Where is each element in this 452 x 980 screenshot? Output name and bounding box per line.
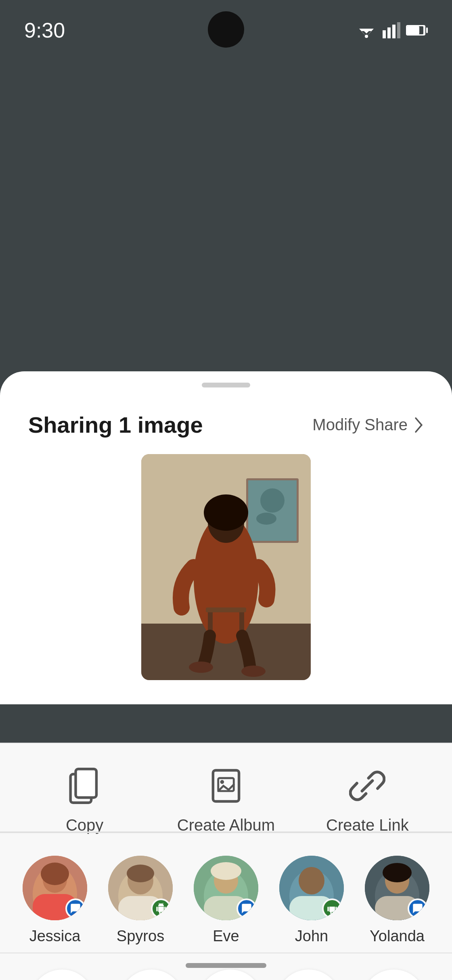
copy-icon — [63, 764, 107, 808]
svg-point-18 — [256, 513, 276, 525]
svg-point-3 — [365, 35, 368, 38]
gmail-icon — [119, 970, 184, 980]
svg-rect-11 — [407, 26, 419, 34]
svg-rect-5 — [387, 27, 391, 38]
svg-point-40 — [127, 865, 154, 882]
bottom-pill — [186, 963, 266, 968]
spyros-name: Spyros — [117, 928, 164, 945]
share-sheet-card: Sharing 1 image Modify Share — [0, 371, 452, 704]
actions-section: Copy Create Album — [0, 743, 452, 850]
spyros-badge — [151, 898, 171, 919]
wifi-icon — [356, 22, 377, 38]
contact-spyros[interactable]: Spyros — [104, 856, 177, 945]
avatar-eve — [194, 856, 258, 920]
svg-point-31 — [220, 780, 224, 784]
chevron-right-icon — [412, 416, 424, 434]
app-google-chat[interactable]: Google Chat — [351, 970, 437, 980]
svg-rect-9 — [426, 27, 428, 33]
nearby-share-icon — [30, 970, 94, 980]
camera-pill — [208, 11, 244, 48]
contact-yolanda[interactable]: Yolanda — [361, 856, 433, 945]
svg-point-25 — [189, 662, 213, 673]
svg-point-35 — [41, 863, 69, 885]
photos-icon — [276, 970, 341, 980]
modify-share-button[interactable]: Modify Share — [312, 416, 424, 434]
john-badge — [322, 898, 342, 919]
section-divider — [0, 831, 452, 833]
app-gmail[interactable]: Gmail — [115, 970, 188, 980]
google-chat-icon — [362, 970, 426, 980]
status-time: 9:30 — [24, 18, 65, 42]
john-name: John — [295, 928, 328, 945]
apps-row: Nearby Share Gmail — [0, 970, 452, 980]
copy-action[interactable]: Copy — [40, 764, 129, 834]
preview-image — [141, 454, 311, 680]
svg-point-54 — [383, 863, 412, 882]
svg-rect-7 — [397, 22, 400, 38]
svg-point-26 — [241, 666, 266, 677]
svg-point-45 — [211, 862, 241, 880]
contact-john[interactable]: John — [275, 856, 348, 945]
create-album-action[interactable]: Create Album — [177, 764, 275, 834]
signal-icon — [383, 22, 400, 38]
avatar-jessica — [23, 856, 87, 920]
status-icons — [356, 22, 428, 38]
yolanda-badge — [408, 898, 428, 919]
avatar-john — [279, 856, 344, 920]
app-photos[interactable]: Photos — [272, 970, 345, 980]
share-header: Sharing 1 image Modify Share — [0, 387, 452, 454]
create-link-action[interactable]: Create Link — [323, 764, 412, 834]
svg-rect-28 — [75, 769, 96, 798]
drag-handle — [202, 383, 250, 387]
avatar-yolanda — [365, 856, 429, 920]
svg-point-49 — [299, 867, 324, 894]
google-icon — [198, 970, 263, 980]
svg-rect-4 — [383, 30, 386, 38]
share-title: Sharing 1 image — [28, 412, 203, 438]
yolanda-name: Yolanda — [370, 928, 425, 945]
eve-badge — [236, 898, 257, 919]
svg-point-17 — [260, 488, 285, 513]
svg-rect-22 — [206, 607, 246, 612]
battery-icon — [406, 23, 428, 37]
eve-name: Eve — [213, 928, 239, 945]
contacts-section: Jessica Spyros — [0, 836, 452, 965]
svg-rect-6 — [392, 25, 396, 38]
jessica-badge — [65, 898, 86, 919]
app-nearby-share[interactable]: Nearby Share — [15, 970, 109, 980]
svg-point-21 — [204, 494, 248, 531]
actions-row: Copy Create Album — [0, 764, 452, 834]
image-preview — [141, 454, 311, 680]
contact-eve[interactable]: Eve — [190, 856, 262, 945]
avatar-spyros — [108, 856, 173, 920]
album-icon — [204, 764, 248, 808]
link-icon — [345, 764, 389, 808]
svg-rect-29 — [213, 770, 239, 801]
contacts-row: Jessica Spyros — [0, 856, 452, 945]
contact-jessica[interactable]: Jessica — [19, 856, 91, 945]
jessica-name: Jessica — [29, 928, 81, 945]
app-google[interactable]: Google — [194, 970, 267, 980]
